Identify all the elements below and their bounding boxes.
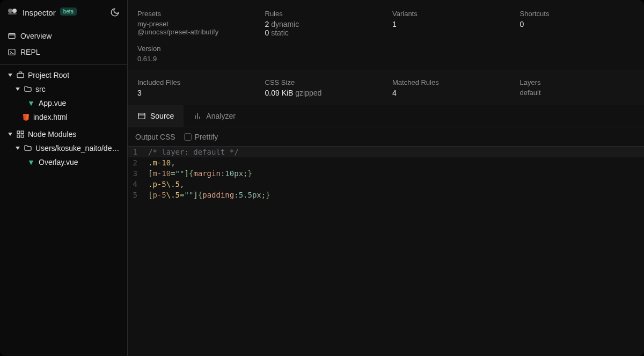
stat-label: Shortcuts xyxy=(520,10,635,18)
stats-panel: Presets my-preset @unocss/preset-attribu… xyxy=(128,0,644,105)
svg-rect-11 xyxy=(17,131,20,134)
app-name: Inspector xyxy=(23,8,56,17)
stat-value: my-preset xyxy=(137,20,252,28)
main-panel: Presets my-preset @unocss/preset-attribu… xyxy=(128,0,644,356)
file-tree: Project Root src ▼ App.vue index.html No… xyxy=(0,65,127,172)
tree-node-modules-path[interactable]: Users/kosuke_naito/dev/lear... xyxy=(0,141,127,155)
code-line: 2 .m-10, xyxy=(128,157,644,168)
stat-rules: Rules 2 dynamic 0 static xyxy=(265,10,380,37)
vue-file-icon: ▼ xyxy=(27,158,35,166)
stat-variants: Variants 1 xyxy=(392,10,507,37)
caret-down-icon xyxy=(15,86,20,92)
nav-repl-label: REPL xyxy=(20,48,40,56)
analyzer-icon xyxy=(193,112,202,120)
code-line: 5 [p-5\.5=""]{padding:5.5px;} xyxy=(128,190,644,200)
tabs: Source Analyzer xyxy=(128,105,644,127)
sidebar-header: Inspector beta xyxy=(0,0,127,25)
svg-rect-13 xyxy=(17,135,20,137)
svg-point-0 xyxy=(8,9,12,13)
stat-label: Matched Rules xyxy=(392,78,507,86)
output-bar: Output CSS Prettify xyxy=(128,127,644,147)
checkbox-icon xyxy=(184,133,192,141)
stat-shortcuts: Shortcuts 0 xyxy=(520,10,635,37)
nav-overview[interactable]: Overview xyxy=(0,28,127,44)
tree-file-app-vue[interactable]: ▼ App.vue xyxy=(0,96,127,110)
line-number: 1 xyxy=(128,147,143,157)
stat-label: Version xyxy=(137,45,252,53)
svg-rect-2 xyxy=(8,13,17,14)
brand: Inspector beta xyxy=(8,8,77,17)
svg-rect-5 xyxy=(9,49,15,55)
stat-label: Layers xyxy=(520,78,635,86)
caret-down-icon xyxy=(8,72,13,78)
source-icon xyxy=(137,112,146,120)
beta-badge: beta xyxy=(60,8,77,16)
line-number: 4 xyxy=(128,179,143,190)
tree-label: src xyxy=(35,85,46,93)
code-line: 4 .p-5\.5, xyxy=(128,179,644,190)
overview-icon xyxy=(8,32,16,40)
workspace-icon xyxy=(16,71,25,79)
svg-rect-3 xyxy=(9,33,15,38)
tree-file-index-html[interactable]: index.html xyxy=(0,110,127,124)
repl-icon xyxy=(8,48,16,56)
caret-down-icon xyxy=(15,146,20,151)
stat-value: 4 xyxy=(392,89,507,97)
stat-label: Included Files xyxy=(137,78,252,86)
nav-section: Overview REPL xyxy=(0,25,127,65)
stat-value: 3 xyxy=(137,89,252,97)
tree-node-modules[interactable]: Node Modules xyxy=(0,127,127,141)
nav-overview-label: Overview xyxy=(20,32,52,40)
code-line: 1 /* layer: default */ xyxy=(128,147,644,157)
tab-label: Source xyxy=(150,112,174,120)
svg-rect-16 xyxy=(138,113,145,119)
stat-label: CSS Size xyxy=(265,78,380,86)
html-file-icon xyxy=(21,113,30,121)
stat-label: Presets xyxy=(137,10,252,18)
stat-version: Version 0.61.9 xyxy=(137,45,252,63)
tree-label: Node Modules xyxy=(28,130,76,139)
line-number: 5 xyxy=(128,190,143,200)
tree-project-root[interactable]: Project Root xyxy=(0,68,127,82)
svg-marker-9 xyxy=(16,88,20,91)
code-editor[interactable]: 1 /* layer: default */ 2 .m-10, 3 [m-10=… xyxy=(128,147,644,356)
logo-icon xyxy=(8,8,18,17)
stat-included-files: Included Files 3 xyxy=(137,78,252,97)
stat-value: 0.09 KiB gzipped xyxy=(265,89,380,97)
stat-presets: Presets my-preset @unocss/preset-attribu… xyxy=(137,10,252,37)
caret-down-icon xyxy=(8,132,13,137)
svg-rect-8 xyxy=(17,74,24,78)
stat-layers: Layers default xyxy=(520,78,635,97)
stat-value: 1 xyxy=(392,20,507,28)
code-line: 3 [m-10=""]{margin:10px;} xyxy=(128,168,644,179)
tree-label: Overlay.vue xyxy=(39,158,78,166)
line-number: 2 xyxy=(128,157,143,168)
theme-toggle-icon[interactable] xyxy=(110,8,120,17)
stat-value: 0.61.9 xyxy=(137,55,252,63)
modules-icon xyxy=(16,130,25,139)
tree-label: Project Root xyxy=(28,71,69,79)
tab-label: Analyzer xyxy=(206,112,235,120)
stat-value: @unocss/preset-attributify xyxy=(137,28,252,36)
stat-value: 0 xyxy=(520,20,635,28)
tree-label: index.html xyxy=(33,113,68,121)
sidebar: Inspector beta Overview REPL Project Roo… xyxy=(0,0,128,356)
stat-value: default xyxy=(520,89,635,97)
svg-marker-10 xyxy=(8,133,12,136)
stat-matched-rules: Matched Rules 4 xyxy=(392,78,507,97)
stat-value: 0 static xyxy=(265,28,380,37)
svg-marker-7 xyxy=(8,74,12,77)
tree-label: Users/kosuke_naito/dev/lear... xyxy=(35,144,123,152)
prettify-toggle[interactable]: Prettify xyxy=(184,133,218,141)
svg-rect-14 xyxy=(21,135,24,137)
stat-css-size: CSS Size 0.09 KiB gzipped xyxy=(265,78,380,97)
tree-file-overlay-vue[interactable]: ▼ Overlay.vue xyxy=(0,155,127,169)
nav-repl[interactable]: REPL xyxy=(0,44,127,60)
tree-src-folder[interactable]: src xyxy=(0,82,127,96)
stat-label: Variants xyxy=(392,10,507,18)
output-css-label: Output CSS xyxy=(135,133,175,141)
tab-source[interactable]: Source xyxy=(128,105,184,127)
tree-label: App.vue xyxy=(39,99,66,107)
svg-rect-12 xyxy=(21,131,24,134)
tab-analyzer[interactable]: Analyzer xyxy=(184,105,245,127)
